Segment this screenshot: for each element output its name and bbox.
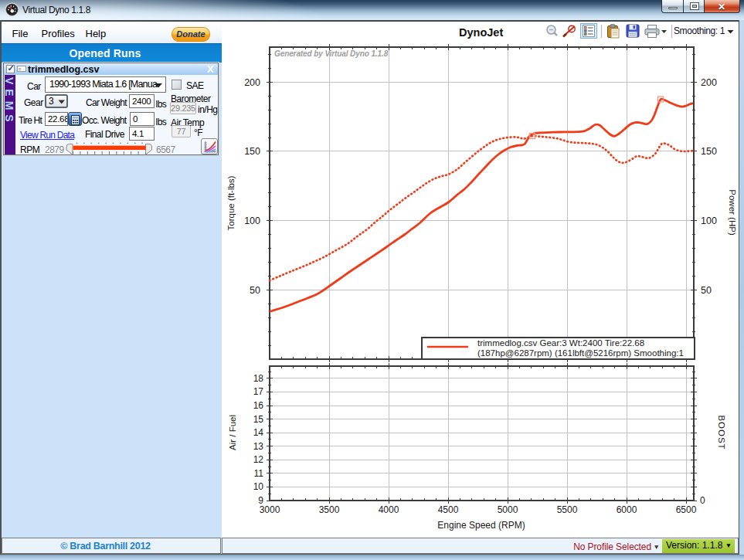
- svg-text:3000: 3000: [260, 504, 280, 515]
- svg-text:11: 11: [254, 468, 264, 479]
- svg-text:15: 15: [253, 414, 264, 425]
- svg-text:4500: 4500: [438, 504, 459, 515]
- svg-text:5500: 5500: [557, 504, 578, 515]
- svg-text:trimmedlog.csv Gear:3 Wt:2400: trimmedlog.csv Gear:3 Wt:2400 Tire:22.68: [477, 338, 644, 348]
- svg-text:Torque (ft-lbs): Torque (ft-lbs): [226, 175, 236, 230]
- svg-text:150: 150: [244, 146, 260, 157]
- svg-text:17: 17: [253, 386, 264, 397]
- svg-text:3500: 3500: [319, 504, 340, 515]
- svg-text:14: 14: [253, 427, 264, 438]
- svg-text:10: 10: [253, 481, 264, 492]
- svg-text:BOOST: BOOST: [717, 415, 726, 450]
- svg-text:200: 200: [244, 77, 260, 88]
- svg-text:0: 0: [700, 495, 705, 506]
- svg-text:100: 100: [701, 216, 717, 226]
- svg-text:Power (HP): Power (HP): [728, 189, 737, 236]
- svg-text:12: 12: [253, 454, 264, 465]
- svg-text:13: 13: [253, 441, 264, 452]
- svg-text:(187hp@6287rpm) (161lbft@5216r: (187hp@6287rpm) (161lbft@5216rpm) Smooth…: [477, 348, 684, 358]
- svg-text:150: 150: [701, 146, 717, 157]
- svg-text:100: 100: [244, 216, 260, 226]
- svg-text:16: 16: [253, 400, 264, 411]
- svg-text:18: 18: [253, 373, 264, 384]
- svg-text:6000: 6000: [617, 504, 637, 515]
- svg-text:200: 200: [701, 77, 717, 88]
- svg-text:50: 50: [250, 285, 260, 296]
- svg-text:50: 50: [701, 285, 712, 296]
- svg-text:6500: 6500: [676, 504, 697, 515]
- svg-text:Air / Fuel: Air / Fuel: [228, 415, 237, 450]
- svg-text:5000: 5000: [498, 504, 518, 515]
- svg-text:4000: 4000: [379, 504, 399, 515]
- svg-text:Engine Speed (RPM): Engine Speed (RPM): [437, 520, 525, 531]
- svg-text:Generated by Virtual Dyno 1.1.: Generated by Virtual Dyno 1.1.8: [274, 49, 389, 58]
